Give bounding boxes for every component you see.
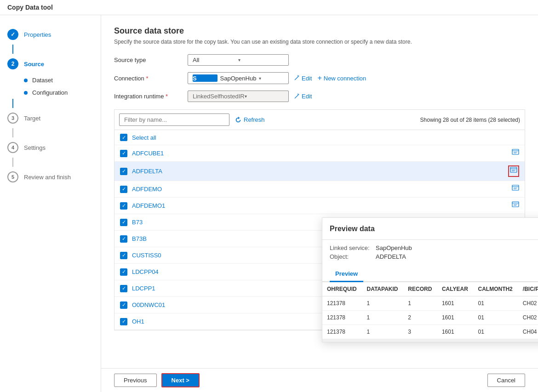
connector-1: [12, 45, 13, 54]
sidebar-label-settings: Settings: [24, 144, 46, 151]
cell-r2-c0: 121378: [322, 325, 362, 339]
item-name-3: ADFDEMO1: [132, 202, 512, 209]
cell-r1-c4: 01: [473, 311, 518, 325]
table-row: 121378 1 1 1601 01 CH02 AM: [322, 296, 538, 311]
integration-runtime-select[interactable]: LinkedSelfhostedIR ▾: [188, 91, 289, 102]
list-item-adfdelta[interactable]: ✓ ADFDELTA: [114, 162, 525, 181]
item-checkbox-3[interactable]: ✓: [120, 202, 127, 210]
source-type-select[interactable]: All ▾: [188, 54, 289, 66]
sidebar-item-settings[interactable]: 4 Settings: [0, 137, 101, 158]
sidebar-item-properties[interactable]: ✓ Properties: [0, 24, 101, 45]
list-toolbar: Refresh Showing 28 out of 28 items (28 s…: [114, 110, 525, 130]
refresh-button[interactable]: Refresh: [235, 116, 265, 123]
sidebar-item-dataset[interactable]: Dataset: [0, 74, 101, 86]
resize-handle[interactable]: [322, 339, 538, 342]
preview-meta-linked-service: Linked service: SapOpenHub: [330, 244, 538, 251]
step-circle-settings: 4: [7, 142, 18, 153]
cell-r1-c3: 1601: [437, 311, 474, 325]
sidebar-label-review: Review and finish: [24, 174, 71, 181]
cell-r2-c2: 3: [403, 325, 437, 339]
col-header-datapakid: DATAPAKID: [362, 282, 403, 296]
previous-button[interactable]: Previous: [114, 374, 157, 387]
cell-r2-c5: CH04: [518, 325, 538, 339]
item-checkbox-8[interactable]: ✓: [120, 285, 127, 292]
preview-meta-object: Object: ADFDELTA: [330, 253, 538, 260]
showing-text: Showing 28 out of 28 items (28 selected): [420, 117, 520, 123]
item-checkbox-0[interactable]: ✓: [120, 150, 127, 157]
cell-r0-c1: 1: [362, 296, 403, 311]
sidebar-item-review[interactable]: 5 Review and finish: [0, 167, 101, 187]
step-circle-review: 5: [7, 171, 18, 182]
chevron-down-icon: ▾: [238, 57, 284, 62]
select-all-checkbox[interactable]: ✓: [120, 134, 127, 141]
cell-r0-c2: 1: [403, 296, 437, 311]
edit-runtime-link[interactable]: Edit: [293, 93, 312, 100]
table-row: 121378 1 2 1601 01 CH02 AM: [322, 311, 538, 325]
dot-configuration: [24, 91, 28, 95]
app-container: Copy Data tool ✓ Properties 2 Source Dat…: [0, 0, 538, 392]
tab-preview[interactable]: Preview: [330, 267, 363, 282]
sidebar-item-source[interactable]: 2 Source: [0, 54, 101, 74]
cell-r1-c0: 121378: [322, 311, 362, 325]
cell-r1-c1: 1: [362, 311, 403, 325]
cell-r0-c4: 01: [473, 296, 518, 311]
preview-table-wrap: OHREQUID DATAPAKID RECORD CALYEAR CALMON…: [322, 282, 538, 339]
connection-label: Connection: [114, 75, 188, 82]
sidebar-item-configuration[interactable]: Configuration: [0, 86, 101, 99]
list-item[interactable]: ✓ ADFDEMO: [114, 181, 525, 198]
linked-service-value: SapOpenHub: [376, 244, 412, 251]
chevron-down-icon-3: ▾: [245, 94, 284, 99]
select-all-label: Select all: [132, 134, 519, 141]
connection-row: Connection S SapOpenHub ▾ Edit + Ne: [114, 72, 525, 84]
preview-icon-2[interactable]: [512, 185, 519, 193]
list-item[interactable]: ✓ ADFCUBE1: [114, 145, 525, 162]
svg-rect-4: [510, 167, 517, 172]
sidebar-item-target[interactable]: 3 Target: [0, 108, 101, 128]
col-header-calmonth2: CALMONTH2: [473, 282, 518, 296]
source-type-row: Source type All ▾: [114, 54, 525, 66]
refresh-icon: [235, 117, 241, 123]
sidebar: ✓ Properties 2 Source Dataset Configurat…: [0, 15, 101, 392]
runtime-actions: Edit: [293, 93, 312, 100]
list-item[interactable]: ✓ ADFDEMO1: [114, 198, 525, 214]
connection-select[interactable]: S SapOpenHub ▾: [188, 72, 289, 84]
select-all-item[interactable]: ✓ Select all: [114, 130, 525, 145]
preview-table: OHREQUID DATAPAKID RECORD CALYEAR CALMON…: [322, 282, 538, 339]
sidebar-label-properties: Properties: [24, 31, 51, 38]
preview-icon-0[interactable]: [512, 149, 519, 158]
preview-title: Preview data: [330, 225, 538, 233]
item-checkbox-7[interactable]: ✓: [120, 268, 127, 276]
item-checkbox-10[interactable]: ✓: [120, 318, 127, 325]
new-connection-link[interactable]: + New connection: [317, 74, 366, 82]
item-checkbox-2[interactable]: ✓: [120, 186, 127, 193]
col-header-record: RECORD: [403, 282, 437, 296]
step-circle-properties: ✓: [7, 29, 18, 40]
edit-connection-link[interactable]: Edit: [293, 75, 312, 82]
bottom-bar: Previous Next > Cancel: [101, 368, 538, 392]
object-value: ADFDELTA: [376, 253, 406, 260]
item-checkbox-6[interactable]: ✓: [120, 252, 127, 259]
item-checkbox-4[interactable]: ✓: [120, 219, 127, 226]
integration-runtime-label: Integration runtime: [114, 93, 188, 100]
filter-input[interactable]: [119, 114, 229, 126]
connector-3: [12, 128, 13, 137]
item-checkbox-5[interactable]: ✓: [120, 235, 127, 243]
item-checkbox-9[interactable]: ✓: [120, 301, 127, 309]
svg-rect-8: [512, 185, 519, 190]
next-button[interactable]: Next >: [161, 373, 200, 387]
connection-actions: Edit + New connection: [293, 74, 366, 82]
svg-rect-12: [512, 202, 519, 207]
cell-r2-c1: 1: [362, 325, 403, 339]
integration-runtime-value: LinkedSelfhostedIR: [193, 93, 245, 100]
preview-panel: Preview data ✕ Linked service: SapOpenHu…: [322, 217, 538, 342]
cell-r1-c5: CH02: [518, 311, 538, 325]
cancel-button[interactable]: Cancel: [487, 374, 525, 387]
preview-icon-3[interactable]: [512, 201, 519, 210]
sidebar-label-dataset: Dataset: [32, 77, 53, 84]
preview-icon-adfdelta[interactable]: [508, 165, 519, 177]
item-checkbox-1[interactable]: ✓: [120, 168, 127, 175]
linked-service-label: Linked service:: [330, 244, 376, 251]
preview-header: Preview data ✕: [322, 218, 538, 240]
item-name-0: ADFCUBE1: [132, 150, 512, 157]
cell-r0-c5: CH02: [518, 296, 538, 311]
